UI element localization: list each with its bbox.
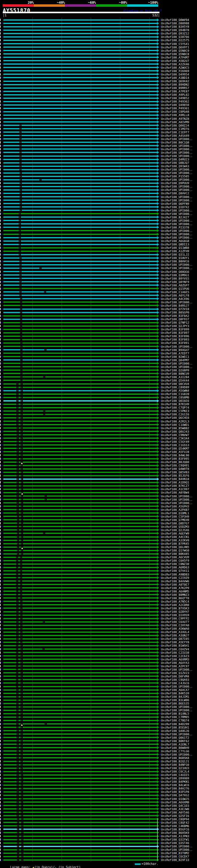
hit-label[interactable]: UniRef100_Q8F937 xyxy=(161,317,189,321)
hit-label[interactable]: UniRef100_UPI000.. xyxy=(161,848,193,851)
hit-label[interactable]: UniRef100_A8T0E7 xyxy=(161,583,189,586)
hit-label[interactable]: UniRef100_A6G6G8 xyxy=(161,239,189,243)
hit-label[interactable]: UniRef100_C8VD89 xyxy=(161,385,189,389)
hit-label[interactable]: UniRef100_Q04PM7 xyxy=(161,359,189,362)
hit-label[interactable]: UniRef100_P23378 xyxy=(161,226,189,229)
hit-label[interactable]: UniRef100_A3XUL4 xyxy=(161,630,189,634)
hit-label[interactable]: UniRef100_C2C6Z3 xyxy=(161,654,189,658)
hit-label[interactable]: UniRef100_Q05VB3 xyxy=(161,470,189,474)
hit-label[interactable]: UniRef100_UPI000.. xyxy=(161,144,193,148)
hit-label[interactable]: UniRef100_B4VN18 xyxy=(161,477,189,480)
hit-label[interactable]: UniRef100_B4RSJ7 xyxy=(161,304,189,307)
hit-label[interactable]: UniRef100_C1E9T7 xyxy=(161,130,189,134)
hit-label[interactable]: UniRef100_A7N5C4 xyxy=(161,600,189,603)
hit-label[interactable]: UniRef100_Q9PUU9 xyxy=(161,181,189,185)
hit-label[interactable]: UniRef100_A7P4M7 xyxy=(161,56,189,59)
hit-label[interactable]: UniRef100_A2ZX46 xyxy=(161,63,189,66)
hit-label[interactable]: UniRef100_B2VF33 xyxy=(161,858,189,862)
hit-label[interactable]: UniRef100_UPI000.. xyxy=(161,154,193,158)
hit-label[interactable]: UniRef100_A1ENL7 xyxy=(161,743,189,746)
hit-label[interactable]: UniRef100_A9TNZ8 xyxy=(161,117,189,120)
hit-label[interactable]: UniRef100_C9QA93 xyxy=(161,678,189,681)
hit-label[interactable]: UniRef100_B9RRS7 xyxy=(161,86,189,90)
hit-label[interactable]: UniRef100_Q1V9S9 xyxy=(161,613,189,617)
hit-label[interactable]: UniRef100_O80988 xyxy=(161,22,189,25)
hit-label[interactable]: UniRef100_Q0UJ43 xyxy=(161,430,189,433)
hit-label[interactable]: UniRef100_UPI000.. xyxy=(161,501,193,505)
hit-label[interactable]: UniRef100_A1ZFH9 xyxy=(161,249,189,253)
hit-label[interactable]: UniRef100_UPI000.. xyxy=(161,362,193,365)
hit-label[interactable]: UniRef100_Q0I6E6 xyxy=(161,399,189,402)
hit-label[interactable]: UniRef100_C6CDX7 xyxy=(161,855,189,858)
hit-label[interactable]: UniRef100_C1UWD1 xyxy=(161,423,189,427)
hit-label[interactable]: UniRef100_B4NFG0 xyxy=(161,763,189,766)
hit-label[interactable]: UniRef100_B5JGF6 xyxy=(161,474,189,477)
hit-label[interactable]: UniRef100_C6CJL4 xyxy=(161,770,189,773)
hit-label[interactable]: UniRef100_B0C1Q8 xyxy=(161,141,189,144)
hit-label[interactable]: UniRef100_Q08QG6 xyxy=(161,270,189,273)
hit-label[interactable]: UniRef100_UPI000.. xyxy=(161,753,193,756)
hit-label[interactable]: UniRef100_UPI000.. xyxy=(161,185,193,188)
hit-label[interactable]: UniRef100_A4CCN1 xyxy=(161,535,189,538)
hit-label[interactable]: UniRef100_C2I9Z9 xyxy=(161,576,189,580)
hit-label[interactable]: UniRef100_A7EDT7 xyxy=(161,352,189,355)
hit-label[interactable]: UniRef100_B5W8B2 xyxy=(161,427,189,430)
hit-label[interactable]: UniRef100_UPI000.. xyxy=(161,733,193,736)
hit-label[interactable]: UniRef100_O49954 xyxy=(161,73,189,76)
hit-label[interactable]: UniRef100_B5GFC6 xyxy=(161,828,189,831)
hit-label[interactable]: UniRef100_Q72VI8 xyxy=(161,307,189,311)
hit-label[interactable]: UniRef100_C9QH91 xyxy=(161,464,189,467)
hit-label[interactable]: UniRef100_C1A6E5 xyxy=(161,290,189,294)
hit-label[interactable]: UniRef100_Q7V411 xyxy=(161,569,189,572)
hit-label[interactable]: UniRef100_B8MNZ3 xyxy=(161,593,189,596)
hit-label[interactable]: UniRef100_Q31LJ2 xyxy=(161,253,189,256)
hit-label[interactable]: UniRef100_B3F0A2 xyxy=(161,314,189,317)
hit-label[interactable]: UniRef100_Q11WB8 xyxy=(161,246,189,249)
hit-label[interactable]: UniRef100_A9RLL8 xyxy=(161,113,189,117)
hit-label[interactable]: UniRef100_B6H5K9 xyxy=(161,831,189,834)
hit-label[interactable]: UniRef100_B8K485 xyxy=(161,552,189,555)
hit-label[interactable]: UniRef100_UPI000.. xyxy=(161,151,193,154)
hit-label[interactable]: UniRef100_B8NCU9 xyxy=(161,372,189,375)
hit-label[interactable]: UniRef100_UPI000.. xyxy=(161,495,193,498)
hit-label[interactable]: UniRef100_B3F091 xyxy=(161,341,189,345)
hit-label[interactable]: UniRef100_UPI000.. xyxy=(161,263,193,266)
hit-label[interactable]: UniRef100_Q3ST46 xyxy=(161,841,189,845)
hit-label[interactable]: UniRef100_C4UIE5 xyxy=(161,773,189,777)
hit-label[interactable]: UniRef100_A2CDR0 xyxy=(161,603,189,607)
hit-label[interactable]: UniRef100_A0ZGP7 xyxy=(161,284,189,287)
hit-label[interactable]: UniRef100_Q6PFN9 xyxy=(161,202,189,206)
hit-label[interactable]: UniRef100_B4AVW6 xyxy=(161,580,189,583)
hit-label[interactable]: UniRef100_UPI000.. xyxy=(161,709,193,712)
hit-label[interactable]: UniRef100_C5PNI3 xyxy=(161,409,189,412)
hit-label[interactable]: UniRef100_Q15PU6 xyxy=(161,287,189,290)
hit-label[interactable]: UniRef100_Q2JSX6 xyxy=(161,528,189,532)
hit-label[interactable]: UniRef100_C7QP74 xyxy=(161,406,189,409)
hit-label[interactable]: UniRef100_B7K1H9 xyxy=(161,402,189,406)
hit-label[interactable]: UniRef100_Q4RU23 xyxy=(161,158,189,161)
hit-label[interactable]: UniRef100_Q38766 xyxy=(161,35,189,38)
hit-label[interactable]: UniRef100_Q2SFI6 xyxy=(161,814,189,817)
hit-label[interactable]: UniRef100_Q061T2 xyxy=(161,736,189,739)
hit-label[interactable]: UniRef100_C1G020 xyxy=(161,392,189,396)
hit-label[interactable]: UniRef100_C5P3H9 xyxy=(161,515,189,518)
hit-label[interactable]: UniRef100_B3F095 xyxy=(161,457,189,460)
hit-label[interactable]: UniRef100_A5FUJ8 xyxy=(161,450,189,454)
hit-label[interactable]: UniRef100_A6VXM8 xyxy=(161,801,189,804)
hit-label[interactable]: UniRef100_C6XU77 xyxy=(161,620,189,623)
hit-label[interactable]: UniRef100_B3T0M2 xyxy=(161,851,189,855)
hit-label[interactable]: UniRef100_C7BQ74 xyxy=(161,719,189,722)
hit-label[interactable]: UniRef100_B7PR45 xyxy=(161,542,189,545)
hit-label[interactable]: UniRef100_B2Q1J1 xyxy=(161,760,189,763)
hit-label[interactable]: UniRef100_Q47XG2 xyxy=(161,794,189,797)
hit-label[interactable]: UniRef100_C9PFP2 xyxy=(161,617,189,620)
hit-label[interactable]: UniRef100_C5K1K4 xyxy=(161,437,189,440)
hit-label[interactable]: UniRef100_A6EFW9 xyxy=(161,532,189,535)
hit-label[interactable]: UniRef100_Q87I05 xyxy=(161,637,189,641)
hit-label[interactable]: UniRef100_Q8D7G7 xyxy=(161,522,189,525)
hit-label[interactable]: UniRef100_B2WEC1 xyxy=(161,355,189,359)
hit-label[interactable]: UniRef100_Q8AVC2 xyxy=(161,191,189,195)
hit-label[interactable]: UniRef100_A4CX96 xyxy=(161,297,189,301)
hit-label[interactable]: UniRef100_Q4C1D3 xyxy=(161,804,189,807)
hit-label[interactable]: UniRef100_B6BSK8 xyxy=(161,756,189,760)
